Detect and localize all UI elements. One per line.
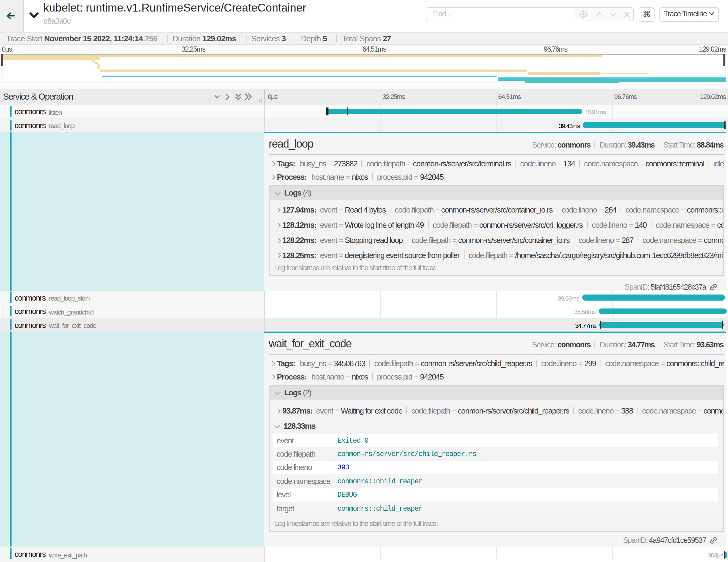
svg-text:96.76ms: 96.76ms xyxy=(544,45,567,53)
svg-text:32.25ms: 32.25ms xyxy=(182,45,205,53)
svg-text:64.51ms: 64.51ms xyxy=(362,45,386,53)
svg-text:0μs: 0μs xyxy=(2,45,12,53)
svg-text:129.02ms: 129.02ms xyxy=(699,45,726,53)
